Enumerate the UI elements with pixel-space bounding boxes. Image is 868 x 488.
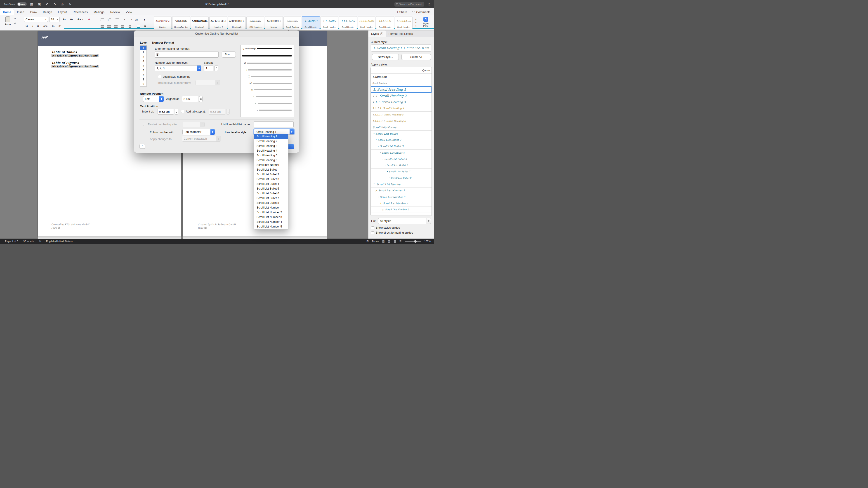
aligned-at-stepper[interactable] — [199, 96, 203, 102]
style-item-scroll-info-normal[interactable]: Scroll Info Normal — [371, 124, 432, 131]
tab-home[interactable]: Home — [0, 9, 14, 15]
focus-label[interactable]: Focus — [372, 240, 379, 242]
dropdown-option-scroll-list-bullet-3[interactable]: Scroll List Bullet 3 — [254, 177, 288, 182]
listnum-field[interactable] — [254, 121, 293, 127]
gallery-style-heading2[interactable]: AaBbCcDdEe Heading 2 — [209, 16, 227, 29]
gallery-style-heading1[interactable]: AaBbCcDdE Heading 1 — [191, 16, 209, 29]
clear-formatting-icon[interactable]: A — [86, 17, 92, 22]
print-icon[interactable]: ⎙ — [60, 2, 65, 6]
level-option-8[interactable]: 8 — [140, 77, 147, 82]
level-option-4[interactable]: 4 — [140, 59, 147, 64]
numbered-list-icon[interactable]: 12 — [107, 17, 112, 22]
dropdown-option-scroll-heading-6[interactable]: Scroll Heading 6 — [254, 158, 288, 163]
style-item-scroll-heading-4[interactable]: 1.1.1.1.Scroll Heading 4 — [371, 105, 432, 111]
aligned-at-field[interactable]: 0 cm — [182, 96, 198, 102]
dropdown-option-scroll-info-normal[interactable]: Scroll Info Normal — [254, 163, 288, 167]
collapse-dialog-button[interactable]: ⌃ — [140, 144, 145, 149]
increase-font-icon[interactable]: A▴ — [61, 17, 67, 22]
gallery-expand-icon[interactable]: ▴▾❯ — [414, 18, 417, 28]
dropdown-option-scroll-list-number-4[interactable]: Scroll List Number 4 — [254, 220, 288, 224]
dropdown-option-scroll-heading-1[interactable]: Scroll Heading 1 — [254, 134, 288, 139]
style-item-scroll-heading-6[interactable]: 1.1.1.1.1.1.Scroll Heading 6 — [371, 118, 432, 124]
new-style-button[interactable]: New Style... — [372, 54, 399, 60]
show-direct-formatting-checkbox[interactable]: Show direct formatting guides — [371, 231, 413, 234]
dropdown-option-scroll-list-bullet-4[interactable]: Scroll List Bullet 4 — [254, 182, 288, 186]
align-left-icon[interactable] — [99, 24, 105, 29]
dropdown-option-scroll-list-bullet[interactable]: Scroll List Bullet — [254, 167, 288, 172]
style-item-scroll-list-number[interactable]: 1.Scroll List Number — [371, 181, 432, 188]
paste-button[interactable]: Paste — [3, 17, 12, 26]
style-item-scroll-list-bullet-5[interactable]: •Scroll List Bullet 5 — [371, 156, 432, 162]
gallery-style-scroll-heading6[interactable]: 1.1.1.1.1.1. Aa Scroll Headi... — [395, 16, 412, 29]
cut-icon[interactable]: ✂ — [14, 17, 16, 20]
style-item-scroll-list-bullet-8[interactable]: •Scroll List Bullet 8 — [371, 175, 432, 181]
tab-format-text-effects[interactable]: Format Text Effects — [386, 31, 415, 37]
align-center-icon[interactable] — [106, 24, 112, 29]
start-at-field[interactable]: 1 — [204, 65, 213, 71]
underline-icon[interactable]: U — [35, 23, 41, 29]
style-item-scroll-list-bullet-7[interactable]: •Scroll List Bullet 7 — [371, 168, 432, 175]
style-item-scroll-list-number-5[interactable]: a.Scroll List Number 5 — [371, 206, 432, 213]
format-painter-icon[interactable]: ✎ — [67, 2, 73, 6]
search-input[interactable]: Search in Document — [395, 2, 424, 6]
level-option-1[interactable]: 1 — [140, 46, 147, 50]
indent-at-field[interactable]: 0,63 cm — [158, 109, 174, 115]
gallery-style-normal[interactable]: AaBbCcDdEe Normal — [265, 16, 283, 29]
indent-at-stepper[interactable] — [175, 109, 178, 115]
dropdown-option-scroll-heading-3[interactable]: Scroll Heading 3 — [254, 144, 288, 149]
subscript-icon[interactable]: X₂ — [51, 23, 56, 29]
style-item-scroll-heading-2[interactable]: 1.1.Scroll Heading 2 — [371, 93, 432, 99]
undo-icon[interactable]: ↶ — [44, 2, 50, 6]
follow-number-combobox[interactable]: Tab character — [182, 129, 215, 135]
strikethrough-icon[interactable]: abc — [42, 23, 49, 29]
gallery-style-scroll-caption[interactable]: AaBbCcDdEe Scroll Caption — [283, 16, 301, 29]
tab-draw[interactable]: Draw — [27, 9, 40, 15]
borders-icon[interactable]: ⊞ — [143, 24, 148, 29]
dropdown-option-scroll-list-bullet-8[interactable]: Scroll List Bullet 8 — [254, 201, 288, 205]
gallery-style-caption[interactable]: AaBbCcDdEe Caption — [154, 16, 172, 29]
increase-indent-icon[interactable]: ⇥ — [128, 17, 133, 22]
read-aloud-icon[interactable]: ⊘ — [39, 240, 41, 243]
style-item-scroll-list-bullet-4[interactable]: •Scroll List Bullet 4 — [371, 150, 432, 156]
dropdown-option-scroll-heading-5[interactable]: Scroll Heading 5 — [254, 153, 288, 158]
feedback-smiley-icon[interactable]: ☺ — [428, 2, 431, 6]
redo-icon[interactable]: ↷ — [52, 2, 57, 6]
legal-numbering-checkbox[interactable] — [158, 75, 161, 78]
level-option-3[interactable]: 3 — [140, 55, 147, 59]
start-at-stepper[interactable] — [215, 65, 218, 71]
style-item-quote[interactable]: Quote — [371, 67, 432, 74]
justify-icon[interactable] — [120, 24, 125, 29]
language-indicator[interactable]: English (United States) — [46, 240, 73, 242]
number-format-field[interactable]: 1) — [155, 51, 219, 58]
tab-mailings[interactable]: Mailings — [91, 9, 107, 15]
dropdown-option-scroll-list-number-3[interactable]: Scroll List Number 3 — [254, 215, 288, 220]
style-item-scroll-heading-1[interactable]: 1.Scroll Heading 1 — [371, 86, 432, 93]
level-option-2[interactable]: 2 — [140, 50, 147, 55]
tab-view[interactable]: View — [123, 9, 135, 15]
style-item-scroll-list-bullet-3[interactable]: •Scroll List Bullet 3 — [371, 143, 432, 150]
zoom-slider-knob[interactable] — [414, 240, 416, 242]
decrease-font-icon[interactable]: A▾ — [69, 17, 74, 22]
sort-icon[interactable]: A⇅ — [134, 17, 140, 22]
outline-view-icon[interactable]: ≣ — [399, 240, 402, 243]
dropdown-option-scroll-list-bullet-7[interactable]: Scroll List Bullet 7 — [254, 196, 288, 201]
show-styles-guides-checkbox[interactable]: Show styles guides — [371, 226, 400, 229]
close-icon[interactable]: ✕ — [380, 32, 383, 35]
dropdown-option-scroll-list-bullet-5[interactable]: Scroll List Bullet 5 — [254, 186, 288, 191]
read-mode-icon[interactable]: ▤ — [382, 240, 384, 243]
align-right-icon[interactable] — [113, 24, 119, 29]
decrease-indent-icon[interactable]: ⇤ — [122, 17, 127, 22]
level-option-7[interactable]: 7 — [140, 73, 147, 77]
bullet-list-icon[interactable] — [99, 17, 105, 22]
word-count[interactable]: 36 words — [23, 240, 34, 242]
gallery-style-scroll-heading4[interactable]: 1.1.1.1. AaBb( Scroll Headi... — [358, 16, 375, 29]
style-item-scroll-list-bullet[interactable]: •Scroll List Bullet — [371, 131, 432, 137]
dropdown-option-scroll-list-number-5[interactable]: Scroll List Number 5 — [254, 224, 288, 229]
multilevel-list-icon[interactable] — [114, 17, 120, 22]
style-item-scroll-list-bullet-6[interactable]: •Scroll List Bullet 6 — [371, 162, 432, 168]
font-name-combobox[interactable]: Caveat▾ — [24, 17, 48, 22]
number-position-combobox[interactable]: Left — [143, 96, 164, 102]
tab-styles[interactable]: Styles ✕ — [368, 31, 386, 37]
dialog-title[interactable]: Customize Outline Numbered list — [134, 31, 299, 37]
style-item-scroll-heading-5[interactable]: 1.1.1.1.1.Scroll Heading 5 — [371, 111, 432, 118]
